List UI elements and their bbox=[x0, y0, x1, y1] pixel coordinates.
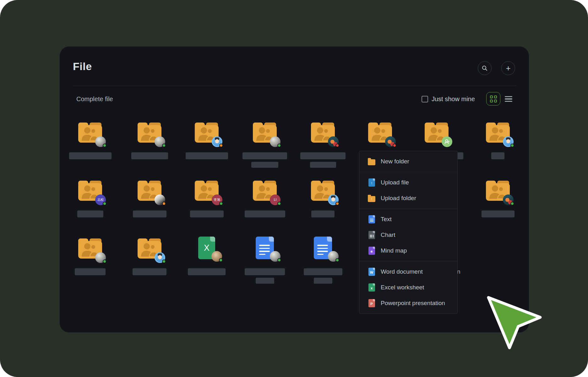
file-name-placeholder bbox=[311, 210, 335, 217]
shared-folder-icon bbox=[78, 122, 103, 143]
shared-folder-icon: LI bbox=[252, 180, 277, 201]
shared-folder-item[interactable] bbox=[296, 122, 350, 168]
excel-file-item[interactable]: X bbox=[179, 238, 234, 275]
doc-file-item[interactable] bbox=[296, 238, 350, 284]
menu-item-upload-folder[interactable]: ↑Upload folder bbox=[359, 190, 457, 206]
file-manager-window: File + Complete file Just show mine 志程世旭… bbox=[60, 46, 529, 332]
file-name-placeholder bbox=[245, 210, 285, 217]
search-icon bbox=[482, 65, 488, 71]
menu-item-label: Upload file bbox=[381, 179, 409, 186]
file-name-placeholder bbox=[131, 152, 168, 159]
doc-file-item[interactable] bbox=[237, 238, 292, 284]
shared-folder-icon bbox=[485, 122, 510, 143]
shared-folder-icon bbox=[424, 122, 449, 143]
menu-mind-map-icon: ∗ bbox=[368, 247, 375, 255]
status-dot-green bbox=[162, 144, 166, 147]
menu-item-label: Upload folder bbox=[381, 195, 416, 202]
status-dot-green bbox=[162, 260, 166, 263]
status-dot-green bbox=[219, 258, 223, 262]
section-label: Complete file bbox=[76, 96, 113, 103]
grid-view-button[interactable] bbox=[486, 92, 500, 106]
shared-folder-item[interactable] bbox=[179, 122, 234, 159]
shared-folder-item[interactable] bbox=[237, 122, 292, 168]
menu-group: ↑Upload file↑Upload folder bbox=[359, 172, 457, 209]
menu-item-excel-worksheet[interactable]: xExcel worksheet bbox=[359, 280, 457, 295]
menu-new-folder-icon bbox=[368, 157, 375, 166]
menu-chart-icon bbox=[368, 231, 375, 239]
status-dot-green bbox=[335, 258, 339, 262]
shared-folder-icon bbox=[310, 122, 335, 143]
menu-item-label: Excel worksheet bbox=[381, 284, 424, 291]
header-divider bbox=[73, 85, 516, 86]
file-name-placeholder bbox=[310, 162, 336, 168]
add-button[interactable]: + bbox=[501, 61, 515, 75]
menu-upload-folder-icon: ↑ bbox=[368, 194, 375, 203]
status-dot-green bbox=[219, 202, 223, 205]
list-view-button[interactable] bbox=[505, 95, 512, 103]
file-name-placeholder bbox=[245, 268, 285, 275]
shared-folder-item[interactable]: 世旭 bbox=[179, 180, 234, 217]
file-name-placeholder bbox=[251, 162, 278, 168]
status-dot-red bbox=[393, 144, 396, 147]
shared-folder-item[interactable] bbox=[471, 122, 525, 159]
shared-folder-item[interactable]: 志程 bbox=[63, 180, 117, 217]
menu-item-new-folder[interactable]: New folder bbox=[359, 154, 457, 169]
menu-group: TextChart∗Mind map bbox=[359, 209, 457, 261]
menu-item-label: Text bbox=[381, 216, 392, 223]
shared-folder-item[interactable] bbox=[122, 238, 177, 275]
shared-folder-icon: 世旭 bbox=[194, 180, 219, 201]
status-dot-green bbox=[277, 258, 281, 262]
just-show-mine-label[interactable]: Just show mine bbox=[432, 96, 475, 103]
file-name-placeholder bbox=[300, 152, 346, 159]
shared-folder-icon bbox=[194, 122, 219, 143]
list-view-icon bbox=[505, 96, 512, 97]
menu-item-label: Chart bbox=[381, 232, 395, 238]
status-dot-orange bbox=[219, 144, 223, 147]
shared-folder-item[interactable] bbox=[471, 180, 525, 217]
status-dot-green bbox=[510, 144, 514, 147]
shared-folder-item[interactable]: LI bbox=[237, 180, 292, 217]
menu-item-upload-file[interactable]: ↑Upload file bbox=[359, 175, 457, 190]
shared-folder-item[interactable] bbox=[122, 180, 177, 217]
page-background: File + Complete file Just show mine 志程世旭… bbox=[0, 0, 588, 377]
search-button[interactable] bbox=[478, 61, 492, 75]
menu-item-powerpoint-presentation[interactable]: PPowerpoint presentation bbox=[359, 295, 457, 311]
menu-group: New folder bbox=[359, 151, 457, 172]
menu-group: WWord documentxExcel worksheetPPowerpoin… bbox=[359, 261, 457, 314]
file-name-placeholder bbox=[482, 210, 514, 217]
document-icon bbox=[314, 237, 332, 259]
menu-word-document-icon: W bbox=[368, 268, 375, 276]
shared-folder-icon bbox=[485, 180, 510, 201]
status-dot-green bbox=[510, 202, 514, 205]
file-name-placeholder bbox=[190, 210, 224, 217]
status-dot-orange bbox=[335, 202, 339, 205]
file-name-placeholder bbox=[256, 278, 274, 284]
shared-folder-item[interactable] bbox=[122, 122, 177, 159]
file-name-placeholder bbox=[77, 210, 103, 217]
status-dot-green bbox=[103, 144, 106, 147]
menu-item-label: Mind map bbox=[381, 247, 407, 254]
menu-item-mind-map[interactable]: ∗Mind map bbox=[359, 243, 457, 259]
file-name-placeholder bbox=[314, 278, 332, 284]
shared-folder-item[interactable] bbox=[296, 180, 350, 217]
menu-text-icon bbox=[368, 215, 375, 224]
shared-folder-item[interactable] bbox=[63, 238, 117, 275]
status-dot-orange bbox=[162, 202, 166, 205]
shared-folder-icon bbox=[310, 180, 335, 201]
shared-folder-icon bbox=[137, 122, 162, 143]
shared-folder-icon bbox=[137, 238, 162, 259]
menu-item-word-document[interactable]: WWord document bbox=[359, 264, 457, 280]
shared-folder-item[interactable] bbox=[63, 122, 117, 159]
status-dot-green bbox=[103, 202, 106, 205]
menu-upload-file-icon: ↑ bbox=[368, 178, 375, 187]
menu-item-text[interactable]: Text bbox=[359, 211, 457, 227]
just-show-mine-checkbox[interactable] bbox=[422, 96, 428, 102]
menu-item-chart[interactable]: Chart bbox=[359, 227, 457, 243]
menu-excel-worksheet-icon: x bbox=[368, 283, 375, 292]
file-name-placeholder bbox=[186, 152, 228, 159]
shared-folder-icon bbox=[137, 180, 162, 201]
shared-folder-icon bbox=[368, 122, 393, 143]
cursor-pointer bbox=[485, 294, 548, 353]
status-dot-green bbox=[277, 144, 281, 147]
menu-item-label: Word document bbox=[381, 268, 423, 275]
